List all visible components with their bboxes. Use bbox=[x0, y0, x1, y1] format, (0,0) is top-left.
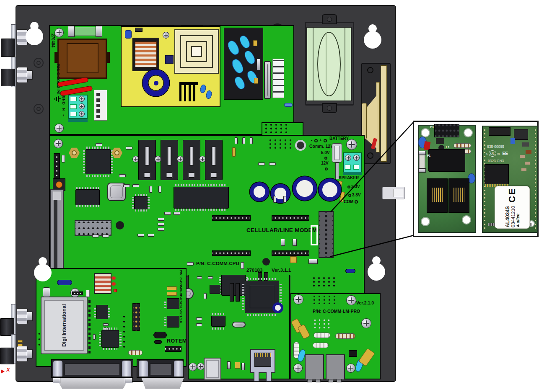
capacitor bbox=[165, 55, 174, 64]
ul-prefix: c bbox=[486, 152, 488, 155]
component bbox=[86, 290, 90, 297]
smd-resistor bbox=[197, 276, 202, 279]
soic-chip bbox=[211, 316, 225, 327]
l1-label: L1 bbox=[446, 146, 449, 149]
test-pad bbox=[347, 186, 350, 188]
smd-resistor bbox=[241, 262, 244, 269]
photo-fuse bbox=[418, 168, 426, 173]
mounting-hole bbox=[462, 215, 471, 224]
diode bbox=[153, 332, 167, 338]
antenna-connector bbox=[1, 39, 15, 57]
pin-header bbox=[272, 250, 309, 256]
soic-chip bbox=[96, 305, 108, 319]
fuse-cap bbox=[96, 26, 102, 37]
card-slot-clip bbox=[53, 191, 61, 200]
f1-label: F1 bbox=[427, 154, 430, 157]
pin-header bbox=[212, 215, 251, 221]
smd-resistor bbox=[196, 317, 202, 320]
ethernet-jack-slot bbox=[254, 353, 271, 367]
speaker-magnet bbox=[362, 103, 367, 139]
transformer-core bbox=[67, 43, 98, 73]
terminal-screw bbox=[345, 155, 351, 161]
relay bbox=[205, 140, 223, 180]
connector-nut bbox=[17, 67, 28, 83]
capacitor bbox=[272, 302, 283, 313]
photo-resistor bbox=[453, 143, 471, 148]
label-serial: 03441210 bbox=[510, 206, 516, 227]
antenna-connector bbox=[0, 318, 14, 336]
pad-grid bbox=[310, 276, 338, 287]
rj11-jack-leg bbox=[328, 379, 333, 382]
pin-header bbox=[165, 346, 181, 352]
terminal-slot bbox=[70, 104, 77, 109]
photo-transistor bbox=[436, 138, 444, 144]
neutral-label: N bbox=[62, 108, 66, 111]
component bbox=[293, 239, 297, 246]
smd-resistor bbox=[114, 289, 117, 292]
resistor bbox=[313, 343, 329, 348]
axis-marker-label: X bbox=[6, 367, 10, 372]
component bbox=[241, 363, 245, 370]
connector-pin bbox=[27, 349, 33, 358]
screw-icon bbox=[346, 364, 355, 373]
pad-grid bbox=[267, 138, 293, 150]
terminal-base bbox=[68, 119, 88, 122]
standoff-washer bbox=[295, 140, 306, 151]
screw-icon bbox=[54, 28, 64, 37]
photo-chip bbox=[485, 164, 509, 184]
module-label: AL4034S 03441210 altec CE bbox=[495, 186, 529, 228]
minus-pad-label: - bbox=[311, 138, 312, 142]
processor-chip-mark bbox=[250, 286, 274, 308]
ic-pins bbox=[119, 332, 122, 346]
ethernet-jack-leg bbox=[266, 372, 272, 382]
relay bbox=[183, 140, 200, 180]
photo-component bbox=[522, 142, 529, 147]
solder-pad bbox=[167, 292, 177, 296]
ce-mark: CE bbox=[507, 187, 518, 203]
photo-relay bbox=[428, 149, 465, 172]
ic-pins bbox=[212, 313, 225, 315]
ps-connector bbox=[94, 90, 107, 121]
resistor bbox=[128, 350, 143, 355]
solder-pad bbox=[254, 78, 258, 84]
battery-cell-line bbox=[313, 28, 314, 101]
ground-symbol-icon bbox=[56, 97, 57, 101]
mounting-hole bbox=[421, 128, 430, 137]
smd-resistor bbox=[208, 276, 213, 279]
pad-grid bbox=[313, 318, 331, 329]
smd-resistor bbox=[158, 223, 164, 226]
ic-pins bbox=[247, 278, 277, 280]
inductor-coil bbox=[94, 273, 111, 294]
solder-pad bbox=[253, 40, 257, 46]
gold-header bbox=[132, 303, 140, 331]
terminal-slot bbox=[353, 165, 359, 170]
cpu-part-number: P/N: C-COMM-CPU bbox=[196, 261, 239, 266]
capacitor bbox=[290, 256, 297, 263]
connector-pin bbox=[27, 70, 33, 80]
capacitor bbox=[235, 362, 240, 369]
battery-cell-line bbox=[345, 28, 345, 101]
hardware-diagram: X 270404 P/N: C-COMM-PS GND N ~ bbox=[0, 0, 539, 392]
keyhole-slot bbox=[26, 28, 43, 45]
ps-board-part-number: P/N: C-COMM-PS bbox=[56, 64, 60, 95]
oscillator-can bbox=[232, 322, 246, 328]
smd-resistor bbox=[158, 228, 164, 231]
3v8-label: 3.8V bbox=[352, 193, 361, 197]
ac-label: ~ bbox=[62, 114, 66, 117]
smd-resistor bbox=[62, 155, 65, 162]
screw-icon bbox=[361, 318, 371, 328]
smd-resistor bbox=[158, 186, 161, 193]
module-part-number: 835-00085 bbox=[487, 145, 504, 149]
side-connector-tip bbox=[393, 189, 404, 197]
pad-column bbox=[122, 314, 126, 349]
antenna-connector bbox=[1, 69, 15, 86]
solder-pad bbox=[18, 340, 23, 343]
soic-chip bbox=[167, 316, 179, 328]
photo-chip bbox=[514, 129, 528, 140]
smd-resistor bbox=[96, 143, 102, 146]
battery-label: BATTERY bbox=[329, 137, 349, 141]
ic-pins bbox=[86, 147, 110, 149]
capacitor bbox=[293, 176, 317, 201]
smd-resistor bbox=[174, 212, 180, 215]
capacitor bbox=[250, 182, 269, 201]
